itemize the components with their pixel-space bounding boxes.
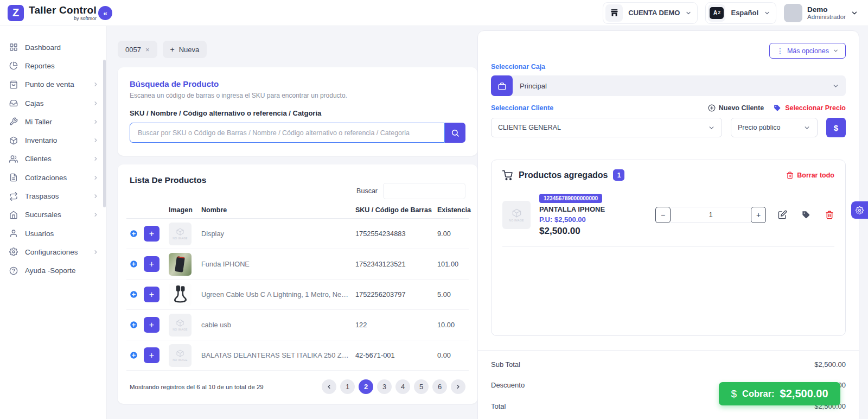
sidebar-item-cotizaciones[interactable]: Cotizaciones	[0, 168, 106, 187]
avatar	[784, 4, 802, 22]
product-sku: 1752554234883	[355, 230, 435, 238]
page-button[interactable]: 1	[340, 379, 355, 394]
chevron-right-icon	[93, 156, 99, 162]
caja-label: Seleccionar Caja	[491, 63, 846, 71]
chevron-down-icon	[833, 48, 839, 54]
cobrar-amount: $2,500.00	[780, 388, 828, 400]
add-to-cart-button[interactable]: +	[144, 317, 159, 333]
search-button[interactable]	[445, 123, 465, 143]
clear-cart-button[interactable]: Borrar todo	[786, 172, 834, 179]
cart-title: Productos agregados	[519, 170, 608, 180]
user-icon	[9, 229, 18, 238]
cobrar-button[interactable]: $ Cobrar: $2,500.00	[719, 382, 840, 405]
sidebar-item-usuarios[interactable]: Usuarios	[0, 224, 106, 243]
page-button[interactable]: 6	[432, 379, 447, 394]
add-to-cart-button[interactable]: +	[144, 347, 159, 363]
next-page-button[interactable]	[451, 379, 465, 394]
caja-select[interactable]: Principal	[491, 75, 846, 96]
language-selector[interactable]: AZ Español	[705, 2, 776, 24]
subtotal-value: $2,500.00	[814, 360, 846, 369]
add-to-cart-button[interactable]: +	[144, 226, 159, 242]
add-to-cart-button[interactable]: +	[144, 287, 159, 302]
product-sku: 122	[355, 321, 435, 329]
sidebar-item-reportes[interactable]: Reportes	[0, 56, 106, 75]
page-button[interactable]: 5	[414, 379, 429, 394]
plus-circle-icon[interactable]	[130, 290, 138, 299]
remove-item-button[interactable]	[825, 211, 834, 219]
brand: Z Taller Control by softmor	[0, 5, 97, 21]
new-client-button[interactable]: Nuevo Cliente	[708, 104, 764, 112]
sale-tabs: 0057 × + Nueva	[118, 41, 477, 58]
prev-page-button[interactable]	[322, 379, 336, 394]
close-icon[interactable]: ×	[145, 46, 150, 54]
sidebar-item-dashboard[interactable]: Dashboard	[0, 38, 106, 56]
theme-settings-button[interactable]	[851, 201, 868, 219]
sidebar: Dashboard Reportes Punto de venta Cajas …	[0, 26, 107, 419]
plus-circle-icon[interactable]	[130, 260, 138, 268]
chevron-down-icon	[803, 124, 810, 131]
chevron-down-icon	[764, 10, 770, 16]
sidebar-item-sucursales[interactable]: Sucursales	[0, 206, 106, 224]
page-button-active[interactable]: 2	[359, 379, 373, 394]
header-actions: CUENTA DEMO AZ Español Demo Administrado	[603, 2, 868, 24]
chevron-right-icon	[93, 137, 99, 143]
page-button[interactable]: 3	[377, 379, 392, 394]
dollar-button[interactable]: $	[826, 118, 846, 137]
plus-circle-icon[interactable]	[130, 321, 138, 329]
page-button[interactable]: 4	[395, 379, 410, 394]
client-select[interactable]: CLIENTE GENERAL	[491, 118, 722, 137]
sidebar-item-punto-de-venta[interactable]: Punto de venta	[0, 75, 106, 94]
select-price-button[interactable]: Seleccionar Precio	[774, 104, 846, 112]
chevron-right-icon	[93, 249, 99, 255]
records-summary: Mostrando registros del 6 al 10 de un to…	[130, 384, 264, 390]
sidebar-collapse-button[interactable]: «	[98, 6, 112, 20]
product-list-card: Lista De Productos Buscar Imagen Nombre …	[118, 164, 477, 404]
tag-icon	[802, 211, 810, 219]
cart-count-badge: 1	[613, 169, 624, 181]
store-icon	[605, 4, 623, 22]
sidebar-item-configuraciones[interactable]: Configuraciones	[0, 243, 106, 261]
product-stock: 5.00	[437, 290, 469, 299]
price-type-select[interactable]: Precio público	[731, 118, 818, 137]
chevron-right-icon	[93, 193, 99, 199]
new-sale-tab-button[interactable]: + Nueva	[163, 41, 207, 58]
user-menu[interactable]: Demo Administrador	[784, 4, 858, 22]
caja-value: Principal	[513, 82, 832, 90]
sidebar-scrollbar[interactable]	[103, 60, 106, 207]
product-search-card: Búsqueda de Producto Escanea un código d…	[118, 67, 477, 156]
product-name: Ugreen Cable Usb C A Lightning, 1 Metro,…	[201, 290, 353, 299]
qty-decrease-button[interactable]: −	[655, 207, 671, 223]
search-field-label: SKU / Nombre / Código alternativo o refe…	[130, 109, 465, 117]
item-unit-price: P.U: $2,500.00	[539, 215, 642, 224]
search-icon	[451, 129, 459, 137]
item-price-tag-button[interactable]	[802, 211, 810, 219]
sidebar-item-cajas[interactable]: Cajas	[0, 94, 106, 112]
search-card-title: Búsqueda de Producto	[130, 79, 465, 88]
chevron-down-icon	[708, 124, 715, 131]
sidebar-item-ayuda-soporte[interactable]: Ayuda -Soporte	[0, 262, 106, 280]
sidebar-item-mi-taller[interactable]: Mi Taller	[0, 112, 106, 131]
product-search-input[interactable]	[130, 123, 445, 143]
product-name: BALATAS DELANTERAS SET ITALIKA 250 Z (14…	[201, 351, 353, 359]
chevron-right-icon	[93, 212, 99, 218]
sidebar-item-inventario[interactable]: Inventario	[0, 131, 106, 149]
chevron-right-icon	[93, 100, 99, 106]
product-stock: 101.00	[437, 260, 469, 268]
chevron-right-icon	[93, 81, 99, 87]
account-selector[interactable]: CUENTA DEMO	[603, 2, 698, 24]
sidebar-item-traspasos[interactable]: Traspasos	[0, 187, 106, 205]
list-filter-input[interactable]	[383, 183, 465, 199]
qty-increase-button[interactable]: +	[751, 207, 766, 223]
edit-item-button[interactable]	[778, 210, 787, 219]
sidebar-item-clientes[interactable]: Clientes	[0, 150, 106, 168]
tab-sale-0057[interactable]: 0057 ×	[118, 41, 157, 58]
add-to-cart-button[interactable]: +	[144, 256, 159, 272]
product-name: Funda IPHONE	[201, 260, 353, 268]
product-stock: 9.00	[437, 230, 469, 238]
plus-circle-icon[interactable]	[130, 230, 138, 238]
brand-byline: by softmor	[29, 16, 97, 21]
plus-circle-icon[interactable]	[130, 351, 138, 359]
more-options-button[interactable]: ⋮ Más opciones	[769, 43, 846, 59]
qty-input[interactable]	[671, 207, 751, 223]
product-image	[169, 253, 192, 276]
